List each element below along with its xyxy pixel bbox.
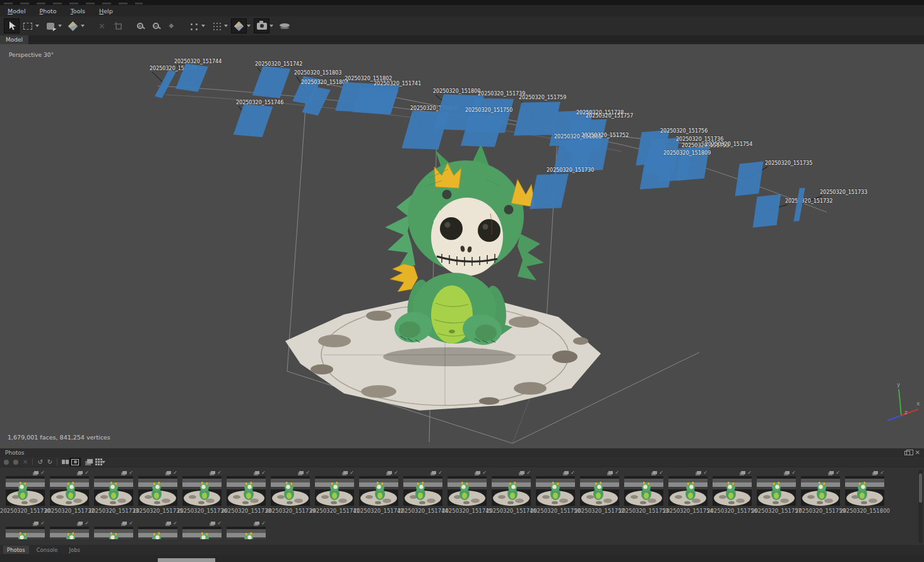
camera-plane[interactable] [640,155,675,189]
photo-thumbnail[interactable]: ✓ 20250320_151753 [622,468,666,514]
photo-thumbnail[interactable]: ✓ 20250320_151752 [578,468,622,514]
shaded-model-icon [234,21,244,31]
point-cloud-caret[interactable] [201,25,205,27]
thumbnail-image [138,527,177,539]
camera-plane[interactable] [753,194,781,228]
tab-model[interactable]: Model [0,35,28,44]
photo-thumbnail[interactable]: ✓ 20250320_151739 [268,468,312,514]
stack-icon [211,471,215,474]
thumbnail-size-caret[interactable] [102,461,105,463]
dock-tab-photos[interactable]: Photos [3,546,29,554]
zoom-out-button[interactable]: − [148,18,163,33]
close-panel-icon[interactable]: ✕ [915,450,920,456]
menu-photo[interactable]: Photo [37,6,59,16]
thumbnail-badges: ✓ [492,470,531,475]
rotate-dropdown-caret[interactable] [81,25,85,27]
photo-thumbnail[interactable]: ✓ 20250320_151800 [843,468,887,514]
resize-region-button[interactable] [42,18,58,33]
photo-thumbnail[interactable]: ✓ 20250320_151754 [666,468,710,514]
camera-plane[interactable] [793,188,805,221]
thumbnail-label: 20250320_151733 [88,508,139,514]
menu-model[interactable]: Model [5,6,28,16]
disable-cameras-button[interactable] [13,458,18,466]
rotate-ccw-button[interactable]: ↺ [37,458,42,466]
photo-thumbnail[interactable]: ✓ [92,518,136,539]
select-arrow-button[interactable] [4,18,20,33]
dock-tab-jobs[interactable]: Jobs [65,546,84,554]
float-panel-icon[interactable] [904,451,910,455]
thumbnail-image [359,476,398,506]
photo-thumbnail[interactable]: ✓ 20250320_151730 [3,468,47,514]
photo-thumbnail[interactable]: ✓ [224,518,268,539]
camera-plane[interactable] [234,104,273,138]
thumbnail-image [315,476,354,506]
thumbnail-image [227,527,266,539]
camera-plane[interactable] [155,70,176,99]
camera-plane[interactable] [735,161,764,196]
photo-thumbnail[interactable]: ✓ 20250320_151736 [180,468,224,514]
camera-plane[interactable] [252,66,291,98]
delete-selection-button[interactable]: ✕ [94,18,110,33]
enable-cameras-button[interactable] [4,458,9,466]
photo-thumbnail[interactable]: ✓ 20250320_151732 [47,468,92,514]
ellipse-tool-button[interactable] [276,18,292,33]
check-icon: ✓ [129,521,133,526]
selection-dropdown-caret[interactable] [35,25,39,27]
menu-tools[interactable]: Tools [68,6,88,16]
thumbnail-label: 20250320_151736 [177,508,227,514]
rotate-cw-button[interactable]: ↻ [47,458,52,466]
viewport[interactable]: y x z 20250320_15174520250320_1517442025… [0,44,924,448]
camera-plane[interactable] [530,174,569,209]
photo-thumbnail[interactable]: ✓ 20250320_151741 [312,468,357,514]
point-cloud-button[interactable] [186,18,201,33]
shaded-model-button[interactable] [231,18,247,33]
model-statistics: 1,679,001 faces, 841,254 vertices [8,434,110,441]
show-cameras-button[interactable] [254,18,270,33]
tie-points-button[interactable] [208,18,224,33]
tie-points-caret[interactable] [224,25,228,27]
dock-tab-console[interactable]: Console [33,546,62,554]
photo-thumbnail[interactable]: ✓ 20250320_151738 [224,468,268,514]
zoom-in-button[interactable]: + [132,18,148,33]
thumbnail-image [6,476,45,506]
scrollbar-thumb[interactable] [919,474,922,503]
photo-thumbnail[interactable]: ✓ 20250320_151750 [533,468,578,514]
photo-thumbnail[interactable]: ✓ 20250320_151742 [357,468,401,514]
photo-thumbnail[interactable]: ✓ [3,518,47,539]
photo-thumbnail[interactable]: ✓ 20250320_151757 [754,468,798,514]
photos-scrollbar[interactable] [918,470,923,543]
photo-thumbnail[interactable]: ✓ 20250320_151759 [798,468,843,514]
show-cameras-caret[interactable] [270,25,273,27]
photo-thumbnail[interactable]: ✓ 20250320_151744 [401,468,445,514]
stack-icon [697,471,701,474]
photo-thumbnail[interactable]: ✓ [47,518,92,539]
check-icon: ✓ [571,470,575,475]
thumbnail-label: 20250320_151742 [353,508,404,514]
dock-tab-bar: Photos Console Jobs [0,545,924,554]
center-view-button[interactable]: ⌖ [163,18,179,33]
check-icon: ✓ [261,470,266,475]
photo-thumbnail[interactable]: ✓ 20250320_151756 [710,468,754,514]
image-view-button[interactable] [69,458,81,466]
remove-cameras-button[interactable]: ✕ [23,458,28,466]
camera-plane[interactable] [353,87,399,114]
photo-thumbnail[interactable]: ✓ [180,518,224,539]
menu-help[interactable]: Help [97,6,116,16]
photo-thumbnail[interactable]: ✓ 20250320_151745 [445,468,489,514]
shaded-model-caret[interactable] [247,25,251,27]
photo-thumbnail[interactable]: ✓ 20250320_151735 [136,468,180,514]
thumbnail-badges: ✓ [138,470,177,475]
layers-view-button[interactable] [85,458,93,466]
filter-photos-button[interactable] [62,458,65,466]
photo-thumbnail[interactable]: ✓ 20250320_151733 [92,468,136,514]
thumbnail-badges: ✓ [182,470,222,475]
camera-layer: 20250320_15174520250320_15174420250320_1… [0,44,924,448]
camera-plane[interactable] [570,138,609,171]
photo-thumbnail[interactable]: ✓ 20250320_151746 [489,468,533,514]
rotate-object-button[interactable] [65,18,81,33]
region-dropdown-caret[interactable] [58,25,62,27]
rectangle-selection-button[interactable] [20,18,35,33]
photo-thumbnail[interactable]: ✓ [136,518,180,539]
camera-label: 20250320_151803 [294,70,341,76]
crop-selection-button[interactable] [110,18,126,33]
